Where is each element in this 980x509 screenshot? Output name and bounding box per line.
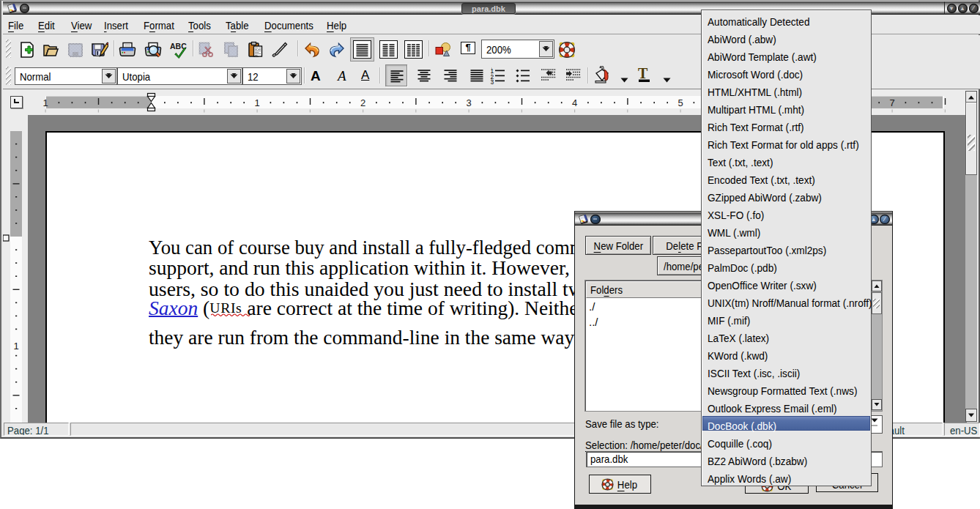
svg-text:1: 1 xyxy=(13,341,18,352)
svg-text:T: T xyxy=(638,66,648,81)
svg-text:1: 1 xyxy=(42,97,48,108)
svg-text:5: 5 xyxy=(678,97,683,108)
svg-text:4: 4 xyxy=(572,97,577,108)
svg-text:3: 3 xyxy=(491,78,494,84)
svg-text:1: 1 xyxy=(254,97,259,108)
svg-text:7: 7 xyxy=(889,97,894,108)
svg-text:2: 2 xyxy=(360,97,365,108)
svg-text:3: 3 xyxy=(466,97,471,108)
